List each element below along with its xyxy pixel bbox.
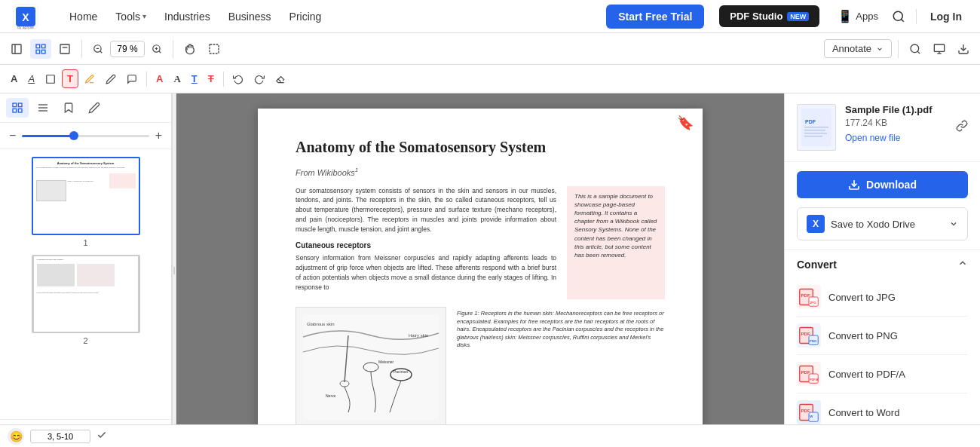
annot-undo-button[interactable] — [228, 71, 248, 87]
convert-png-icon: PDFPNG — [797, 323, 821, 347]
annot-text-format-button[interactable]: A — [6, 70, 22, 87]
zoom-slider-row: − + — [0, 123, 171, 149]
convert-word-label: Convert to Word — [828, 407, 899, 418]
thumbnail-zoom-out[interactable]: − — [8, 127, 17, 144]
annot-text-strikethrough-button[interactable]: T — [204, 70, 219, 87]
main-toolbar: 79 % Annotate — [0, 33, 980, 65]
login-button[interactable]: Log In — [924, 8, 968, 26]
annot-highlight-button[interactable]: T — [62, 69, 78, 88]
svg-rect-29 — [47, 75, 55, 83]
thumbnail-sidebar-button[interactable] — [6, 98, 29, 118]
logo[interactable]: X by apryse — [12, 3, 39, 30]
thumbnail-view-button[interactable] — [30, 39, 51, 59]
svg-line-6 — [901, 19, 903, 21]
zoom-input[interactable]: 79 % — [110, 41, 145, 57]
search-button[interactable] — [889, 7, 908, 26]
download-button[interactable]: Download — [797, 171, 968, 198]
svg-rect-32 — [13, 109, 17, 112]
pdf-source: From Wikibooks1 — [296, 167, 665, 177]
nav-business[interactable]: Business — [221, 8, 279, 26]
thumb-content-2: Continued text from the chapter... More … — [33, 255, 139, 333]
pdf-figure-area: Hairy skin Glabrous skin Meissner Pacini… — [296, 307, 665, 427]
convert-jpg-icon: PDFJPG — [797, 285, 821, 309]
annot-sep-1 — [146, 72, 147, 87]
select-tool-button[interactable] — [204, 39, 225, 59]
save-to-drive-button[interactable]: X Save to Xodo Drive — [797, 207, 968, 240]
convert-collapse-button[interactable] — [957, 258, 968, 271]
annot-pen-button[interactable] — [101, 71, 121, 87]
zoom-in-button[interactable] — [147, 40, 167, 58]
page-input-confirm-button[interactable] — [96, 430, 107, 442]
status-bar: 😊 3, 5-10 — [0, 424, 980, 447]
svg-text:PDF/A: PDF/A — [810, 378, 819, 381]
apps-button[interactable]: 📱 Apps — [835, 6, 881, 26]
emoji-status-button[interactable]: 😊 — [8, 428, 24, 445]
copy-link-button[interactable] — [956, 120, 968, 135]
svg-text:PDF: PDF — [801, 408, 810, 413]
nav-home[interactable]: Home — [62, 8, 105, 26]
thumbnail-size-slider[interactable] — [22, 135, 149, 137]
svg-text:PDF: PDF — [805, 119, 816, 124]
nav-divider — [916, 9, 917, 24]
svg-text:PNG: PNG — [810, 339, 817, 343]
pdf-studio-button[interactable]: PDF Studio NEW — [719, 5, 819, 27]
bookmarks-sidebar-button[interactable] — [57, 98, 80, 118]
svg-text:Nerve: Nerve — [326, 393, 336, 398]
pdf-pink-callout: This is a sample document to showcase pa… — [567, 186, 665, 300]
annotations-sidebar-button[interactable] — [83, 98, 106, 118]
nav-pricing[interactable]: Pricing — [282, 8, 329, 26]
thumb-label-1: 1 — [32, 238, 140, 247]
zoom-controls: 79 % — [88, 40, 167, 58]
page-thumbnail-2[interactable]: Continued text from the chapter... More … — [32, 255, 140, 345]
annot-bg-color-button[interactable]: A — [169, 70, 185, 88]
pdf-figure-image: Hairy skin Glabrous skin Meissner Pacini… — [296, 307, 446, 427]
svg-line-24 — [917, 51, 920, 54]
present-button[interactable] — [929, 39, 950, 59]
page-thumbnails-panel: Anatomy of the Somatosensory System Our … — [0, 149, 171, 419]
convert-pdfa-label: Convert to PDF/A — [828, 369, 905, 380]
pdf-section-para: Sensory information from Meissner corpus… — [296, 253, 556, 292]
pdf-page-area[interactable]: 🔖 Anatomy of the Somatosensory System Fr… — [176, 93, 784, 447]
svg-rect-25 — [934, 44, 944, 51]
svg-rect-9 — [36, 44, 40, 48]
annot-text-underline-button[interactable]: T — [187, 70, 202, 87]
svg-text:by apryse: by apryse — [17, 25, 34, 29]
annotation-toolbar: A A T A A T T — [0, 65, 980, 93]
annot-shape-button[interactable] — [41, 71, 60, 87]
annotate-dropdown[interactable]: Annotate — [824, 39, 892, 58]
sidebar-toggle-button[interactable] — [6, 39, 27, 59]
hand-tool-button[interactable] — [179, 39, 201, 59]
bookmark-icon[interactable]: 🔖 — [677, 115, 694, 131]
page-range-input[interactable]: 3, 5-10 — [30, 430, 90, 443]
open-new-file-link[interactable]: Open new file — [845, 133, 900, 143]
svg-rect-52 — [804, 130, 825, 131]
svg-text:Glabrous skin: Glabrous skin — [307, 322, 335, 326]
convert-jpg-label: Convert to JPG — [828, 292, 896, 303]
annot-eraser-button[interactable] — [271, 71, 290, 87]
nav-tools[interactable]: Tools ▾ — [108, 8, 154, 26]
outline-sidebar-button[interactable] — [32, 98, 54, 118]
nav-industries[interactable]: Industries — [157, 8, 218, 26]
search-pdf-button[interactable] — [905, 39, 926, 59]
thumbnail-zoom-in[interactable]: + — [154, 127, 164, 144]
list-view-button[interactable] — [54, 39, 75, 59]
start-trial-button[interactable]: Start Free Trial — [606, 5, 704, 29]
annot-marker-button[interactable] — [80, 71, 100, 87]
page-thumbnail-1[interactable]: Anatomy of the Somatosensory System Our … — [32, 157, 140, 247]
file-thumbnail: PDF — [797, 104, 836, 151]
thumb-image-1: Anatomy of the Somatosensory System Our … — [32, 157, 140, 235]
svg-point-23 — [911, 44, 919, 53]
main-area: − + Anatomy of the Somatosensory System … — [0, 93, 980, 447]
svg-rect-54 — [804, 136, 822, 137]
annot-comment-button[interactable] — [122, 71, 142, 87]
convert-to-pdfa-item[interactable]: PDFPDF/A Convert to PDF/A — [797, 355, 968, 393]
svg-text:PDF: PDF — [801, 369, 810, 375]
annot-text-color-button[interactable]: A — [152, 70, 167, 87]
convert-to-png-item[interactable]: PDFPNG Convert to PNG — [797, 317, 968, 355]
download-toolbar-button[interactable] — [953, 39, 974, 59]
zoom-out-button[interactable] — [88, 40, 108, 58]
annot-redo-button[interactable] — [250, 71, 269, 87]
convert-to-jpg-item[interactable]: PDFJPG Convert to JPG — [797, 278, 968, 317]
svg-rect-53 — [804, 133, 827, 134]
annot-text-style-button[interactable]: A — [23, 70, 39, 87]
